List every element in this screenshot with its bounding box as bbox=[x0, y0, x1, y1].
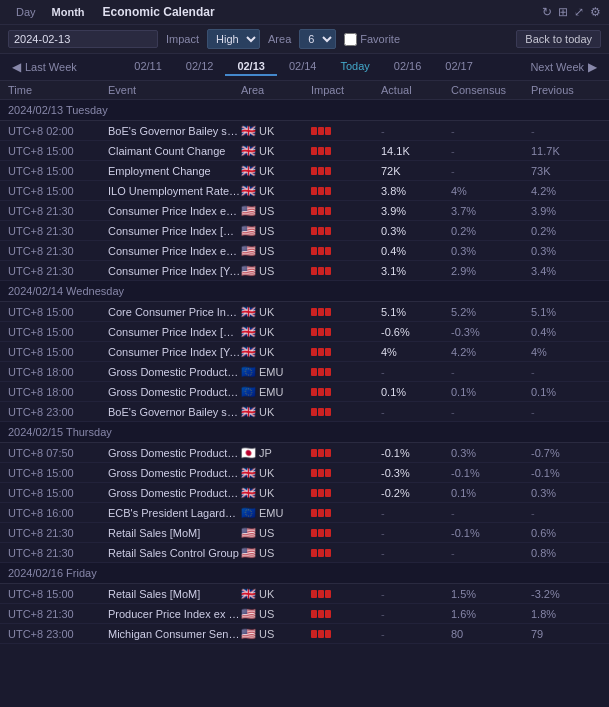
cell-impact bbox=[311, 348, 381, 356]
cell-event: Retail Sales [MoM] bbox=[108, 527, 241, 539]
table-row[interactable]: UTC+8 21:30 Consumer Price Index ex Food… bbox=[0, 201, 609, 221]
cell-previous: 79 bbox=[531, 628, 601, 640]
nav-date-0217[interactable]: 02/17 bbox=[433, 58, 485, 76]
cell-actual: - bbox=[381, 608, 451, 620]
cell-area: 🇺🇸 US bbox=[241, 607, 311, 621]
table-row[interactable]: UTC+8 21:30 Retail Sales Control Group 🇺… bbox=[0, 543, 609, 563]
cell-consensus: 4% bbox=[451, 185, 531, 197]
table-row[interactable]: UTC+8 07:50 Gross Domestic Product [QoQ]… bbox=[0, 443, 609, 463]
table-row[interactable]: UTC+8 15:00 Gross Domestic Product [YoY]… bbox=[0, 483, 609, 503]
cell-previous: 1.8% bbox=[531, 608, 601, 620]
next-week-label[interactable]: Next Week bbox=[530, 61, 584, 73]
prev-arrow[interactable]: ◀ bbox=[8, 60, 25, 74]
impact-select[interactable]: High bbox=[207, 29, 260, 49]
cell-previous: 0.3% bbox=[531, 487, 601, 499]
flag-icon: 🇬🇧 bbox=[241, 325, 256, 339]
table-row[interactable]: UTC+8 15:00 Gross Domestic Product [QoQ]… bbox=[0, 463, 609, 483]
area-label: US bbox=[259, 265, 274, 277]
settings-icon[interactable]: ⚙ bbox=[590, 5, 601, 19]
cell-actual: 72K bbox=[381, 165, 451, 177]
cell-consensus: 4.2% bbox=[451, 346, 531, 358]
cell-area: 🇺🇸 US bbox=[241, 204, 311, 218]
flag-icon: 🇬🇧 bbox=[241, 124, 256, 138]
flag-icon: 🇺🇸 bbox=[241, 224, 256, 238]
table-row[interactable]: UTC+8 15:00 Employment Change 🇬🇧 UK 72K … bbox=[0, 161, 609, 181]
cell-event: Consumer Price Index [YoY] bbox=[108, 265, 241, 277]
cell-time: UTC+8 15:00 bbox=[8, 165, 108, 177]
table-row[interactable]: UTC+8 21:30 Consumer Price Index [MoM] 🇺… bbox=[0, 221, 609, 241]
cell-area: 🇬🇧 UK bbox=[241, 124, 311, 138]
favorite-filter[interactable]: Favorite bbox=[344, 33, 400, 46]
table-row[interactable]: UTC+8 16:00 ECB's President Lagarde spee… bbox=[0, 503, 609, 523]
cell-impact bbox=[311, 590, 381, 598]
table-row[interactable]: UTC+8 15:00 Claimant Count Change 🇬🇧 UK … bbox=[0, 141, 609, 161]
table-row[interactable]: UTC+8 15:00 Retail Sales [MoM] 🇬🇧 UK - 1… bbox=[0, 584, 609, 604]
flag-icon: 🇬🇧 bbox=[241, 486, 256, 500]
cell-event: Consumer Price Index [MoM] bbox=[108, 326, 241, 338]
tab-day[interactable]: Day bbox=[8, 4, 44, 20]
flag-icon: 🇬🇧 bbox=[241, 305, 256, 319]
cell-time: UTC+8 21:30 bbox=[8, 225, 108, 237]
cell-event: Gross Domestic Product [QoQ] bbox=[108, 447, 241, 459]
last-week-label[interactable]: Last Week bbox=[25, 61, 77, 73]
col-impact: Impact bbox=[311, 84, 381, 96]
cell-consensus: -0.1% bbox=[451, 467, 531, 479]
area-label: UK bbox=[259, 125, 274, 137]
grid-icon[interactable]: ⊞ bbox=[558, 5, 568, 19]
favorite-checkbox[interactable] bbox=[344, 33, 357, 46]
nav-date-today[interactable]: Today bbox=[328, 58, 381, 76]
expand-icon[interactable]: ⤢ bbox=[574, 5, 584, 19]
cell-previous: 0.2% bbox=[531, 225, 601, 237]
area-label: UK bbox=[259, 306, 274, 318]
cell-impact bbox=[311, 368, 381, 376]
tab-month[interactable]: Month bbox=[44, 4, 93, 20]
table-row[interactable]: UTC+8 23:00 Michigan Consumer Sentiment … bbox=[0, 624, 609, 644]
area-label: UK bbox=[259, 326, 274, 338]
cell-time: UTC+8 21:30 bbox=[8, 205, 108, 217]
table-row[interactable]: UTC+8 15:00 ILO Unemployment Rate [3M] 🇬… bbox=[0, 181, 609, 201]
table-row[interactable]: UTC+8 18:00 Gross Domestic Product s.a. … bbox=[0, 362, 609, 382]
cell-area: 🇬🇧 UK bbox=[241, 164, 311, 178]
date-navigation: 02/11 02/12 02/13 02/14 Today 02/16 02/1… bbox=[85, 58, 523, 76]
nav-date-0216[interactable]: 02/16 bbox=[382, 58, 434, 76]
nav-date-0214[interactable]: 02/14 bbox=[277, 58, 329, 76]
date-input[interactable] bbox=[8, 30, 158, 48]
cell-area: 🇺🇸 US bbox=[241, 627, 311, 641]
area-label: EMU bbox=[259, 386, 283, 398]
table-row[interactable]: UTC+8 21:30 Producer Price Index ex Food… bbox=[0, 604, 609, 624]
nav-date-0211[interactable]: 02/11 bbox=[122, 58, 174, 76]
back-today-button[interactable]: Back to today bbox=[516, 30, 601, 48]
cell-impact bbox=[311, 408, 381, 416]
nav-date-0212[interactable]: 02/12 bbox=[174, 58, 226, 76]
area-label: US bbox=[259, 608, 274, 620]
cell-area: 🇬🇧 UK bbox=[241, 305, 311, 319]
cell-consensus: - bbox=[451, 125, 531, 137]
flag-icon: 🇺🇸 bbox=[241, 627, 256, 641]
area-select[interactable]: 6 bbox=[299, 29, 336, 49]
refresh-icon[interactable]: ↻ bbox=[542, 5, 552, 19]
cell-consensus: 0.1% bbox=[451, 487, 531, 499]
table-row[interactable]: UTC+8 02:00 BoE's Governor Bailey speech… bbox=[0, 121, 609, 141]
cell-actual: 3.9% bbox=[381, 205, 451, 217]
table-row[interactable]: UTC+8 23:00 BoE's Governor Bailey speech… bbox=[0, 402, 609, 422]
cell-event: Consumer Price Index ex Food & Energy [Y… bbox=[108, 205, 241, 217]
cell-previous: 0.8% bbox=[531, 547, 601, 559]
cell-actual: 4% bbox=[381, 346, 451, 358]
cell-consensus: 3.7% bbox=[451, 205, 531, 217]
cell-area: 🇬🇧 UK bbox=[241, 587, 311, 601]
table-row[interactable]: UTC+8 18:00 Gross Domestic Product s.a. … bbox=[0, 382, 609, 402]
cell-impact bbox=[311, 207, 381, 215]
cell-impact bbox=[311, 267, 381, 275]
table-row[interactable]: UTC+8 21:30 Consumer Price Index [YoY] 🇺… bbox=[0, 261, 609, 281]
table-row[interactable]: UTC+8 15:00 Consumer Price Index [YoY] 🇬… bbox=[0, 342, 609, 362]
table-row[interactable]: UTC+8 21:30 Consumer Price Index ex Food… bbox=[0, 241, 609, 261]
next-arrow[interactable]: ▶ bbox=[584, 60, 601, 74]
table-row[interactable]: UTC+8 15:00 Core Consumer Price Index [Y… bbox=[0, 302, 609, 322]
table-row[interactable]: UTC+8 15:00 Consumer Price Index [MoM] 🇬… bbox=[0, 322, 609, 342]
cell-area: 🇺🇸 US bbox=[241, 264, 311, 278]
cell-previous: - bbox=[531, 406, 601, 418]
nav-date-0213[interactable]: 02/13 bbox=[225, 58, 277, 76]
table-row[interactable]: UTC+8 21:30 Retail Sales [MoM] 🇺🇸 US - -… bbox=[0, 523, 609, 543]
cell-area: 🇬🇧 UK bbox=[241, 486, 311, 500]
cell-impact bbox=[311, 308, 381, 316]
